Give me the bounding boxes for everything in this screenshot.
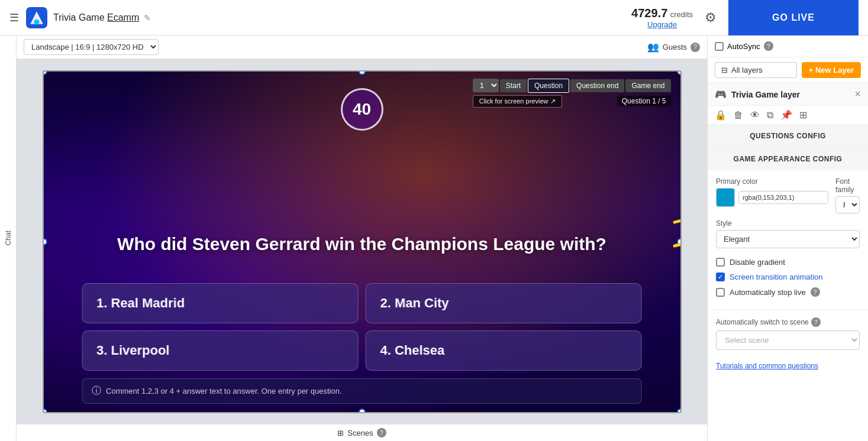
app-logo <box>26 7 47 28</box>
delete-icon[interactable]: 🗑 <box>734 110 743 121</box>
eye-icon[interactable]: 👁 <box>750 110 760 121</box>
disable-gradient-checkbox[interactable] <box>716 258 725 267</box>
auto-switch-label: Automatically switch to scene ? <box>716 317 860 327</box>
credits-label: credits <box>670 10 693 19</box>
scenes-icon: ⊞ <box>337 429 344 437</box>
autosync-row: AutoSync ? <box>715 41 773 51</box>
style-label: Style <box>716 219 860 228</box>
menu-icon[interactable]: ☰ <box>9 11 19 24</box>
new-layer-button[interactable]: + New Layer <box>802 62 861 78</box>
scenes-label: Scenes <box>347 429 373 437</box>
canvas-wrap: 40 1 Start Question Question end Game en… <box>17 59 707 424</box>
layer-title: Trivia Game layer <box>731 90 854 99</box>
question-end-tab-button[interactable]: Question end <box>570 79 624 92</box>
handle-mid-right[interactable] <box>677 238 682 245</box>
comment-instruction-text: Comment 1,2,3 or 4 + answer text to answ… <box>106 387 342 395</box>
handle-bottom-center[interactable] <box>359 408 366 413</box>
app-title: Trivia Game Ecamm <box>53 12 139 23</box>
header: ☰ Trivia Game Ecamm ✎ 4729.7 credits Upg… <box>0 0 868 35</box>
go-live-button[interactable]: GO LIVE <box>728 0 859 35</box>
comment-instruction-bar: ⓘ Comment 1,2,3 or 4 + answer text to an… <box>82 378 642 404</box>
game-appearance-button[interactable]: GAME APPEARANCE CONFIG <box>708 148 868 170</box>
resolution-select[interactable]: Landscape | 16:9 | 1280x720 HD <box>24 39 159 55</box>
guests-help-icon[interactable]: ? <box>690 43 700 52</box>
handle-mid-left[interactable] <box>43 238 47 245</box>
question-text: Who did Steven Gerrard win the Champions… <box>107 234 617 254</box>
handle-top-center[interactable] <box>359 70 366 75</box>
color-swatch[interactable] <box>716 188 735 207</box>
settings-icon[interactable]: ⚙ <box>705 10 717 25</box>
layer-type-icon: 🎮 <box>715 89 727 100</box>
right-panel: AutoSync ? ⊟ All layers + New Layer 🎮 Tr… <box>707 35 868 441</box>
auto-stop-label: Automatically stop live <box>730 288 806 297</box>
right-panel-top: AutoSync ? <box>708 35 868 57</box>
primary-color-label: Primary color <box>716 177 828 186</box>
layer-header: 🎮 Trivia Game layer × <box>708 83 868 106</box>
guests-button[interactable]: 👥 Guests ? <box>647 41 700 53</box>
click-preview-label: Click for screen preview ↗ <box>479 98 556 105</box>
chat-panel[interactable]: Chat <box>0 35 17 441</box>
font-family-field: Font family Roboto <box>835 177 860 213</box>
layer-close-icon[interactable]: × <box>854 88 861 100</box>
edit-title-icon[interactable]: ✎ <box>144 13 151 22</box>
canvas-toolbar: Landscape | 16:9 | 1280x720 HD 👥 Guests … <box>17 35 707 59</box>
questions-config-section: QUESTIONS CONFIG <box>708 125 868 148</box>
question-number-select[interactable]: 1 <box>473 79 499 92</box>
copy-icon[interactable]: ⧉ <box>767 110 773 121</box>
guests-icon: 👥 <box>647 41 659 53</box>
start-tab-button[interactable]: Start <box>500 79 527 92</box>
all-layers-button[interactable]: ⊟ All layers <box>715 62 797 78</box>
screen-transition-label: Screen transition animation <box>730 273 823 281</box>
autosync-help-icon[interactable]: ? <box>764 41 773 51</box>
autosync-checkbox[interactable] <box>715 42 724 51</box>
game-appearance-section: GAME APPEARANCE CONFIG Primary color Fon… <box>708 148 868 310</box>
question-controls: 1 Start Question Question end Game end C… <box>473 79 671 108</box>
answer-4-button[interactable]: 4. Chelsea <box>366 330 642 371</box>
game-end-tab-button[interactable]: Game end <box>625 79 670 92</box>
canvas-bottom-bar: ⊞ Scenes ? <box>17 424 707 441</box>
answers-grid: 1. Real Madrid 2. Man City 3. Liverpool … <box>82 283 642 371</box>
chat-label: Chat <box>4 231 12 245</box>
font-family-select[interactable]: Roboto <box>835 196 860 213</box>
credits-display: 4729.7 credits Upgrade <box>631 7 693 29</box>
ecamm-underline: Ecamm <box>107 12 139 22</box>
expand-icon[interactable]: ⊞ <box>799 109 807 121</box>
tutorials-link[interactable]: Tutorials and common questions <box>708 357 868 375</box>
canvas-preview[interactable]: 40 1 Start Question Question end Game en… <box>43 70 682 413</box>
credits-amount: 4729.7 <box>631 7 667 20</box>
screen-preview-button[interactable]: Click for screen preview ↗ <box>473 95 562 108</box>
autosync-label: AutoSync <box>727 42 760 51</box>
scenes-help-icon[interactable]: ? <box>377 428 386 437</box>
font-family-label: Font family <box>835 177 860 194</box>
answer-1-button[interactable]: 1. Real Madrid <box>82 283 358 323</box>
timer-value: 40 <box>353 100 371 119</box>
auto-stop-checkbox[interactable] <box>716 288 725 297</box>
style-select[interactable]: Elegant <box>716 230 860 248</box>
layer-actions: 🔒 🗑 👁 ⧉ 📌 ⊞ <box>708 106 868 125</box>
disable-gradient-row: Disable gradient <box>716 258 860 267</box>
question-progress-label: Question 1 / 5 <box>617 96 671 106</box>
primary-color-field: Primary color <box>716 177 828 213</box>
screen-transition-row: ✓ Screen transition animation <box>716 273 860 281</box>
auto-stop-help-icon[interactable]: ? <box>811 287 820 297</box>
lock-icon[interactable]: 🔒 <box>715 109 727 121</box>
scenes-button[interactable]: ⊞ Scenes ? <box>337 428 386 437</box>
auto-switch-section: Automatically switch to scene ? Select s… <box>708 310 868 357</box>
svg-point-2 <box>34 19 40 24</box>
all-layers-label: All layers <box>731 66 763 74</box>
comment-icon: ⓘ <box>92 385 101 397</box>
upgrade-link[interactable]: Upgrade <box>631 20 693 29</box>
layers-icon: ⊟ <box>721 66 728 74</box>
color-value-input[interactable] <box>738 191 828 204</box>
checkmark-icon: ✓ <box>718 273 723 281</box>
auto-stop-row: Automatically stop live ? <box>716 287 860 297</box>
appearance-content: Primary color Font family Roboto <box>708 170 868 310</box>
pin-icon[interactable]: 📌 <box>780 109 792 121</box>
screen-transition-checkbox[interactable]: ✓ <box>716 273 725 281</box>
questions-config-button[interactable]: QUESTIONS CONFIG <box>708 125 868 147</box>
answer-2-button[interactable]: 2. Man City <box>366 283 642 323</box>
question-tab-button[interactable]: Question <box>528 79 569 93</box>
auto-switch-help-icon[interactable]: ? <box>811 317 821 327</box>
scene-select[interactable]: Select scene <box>716 330 860 350</box>
answer-3-button[interactable]: 3. Liverpool <box>82 330 358 371</box>
